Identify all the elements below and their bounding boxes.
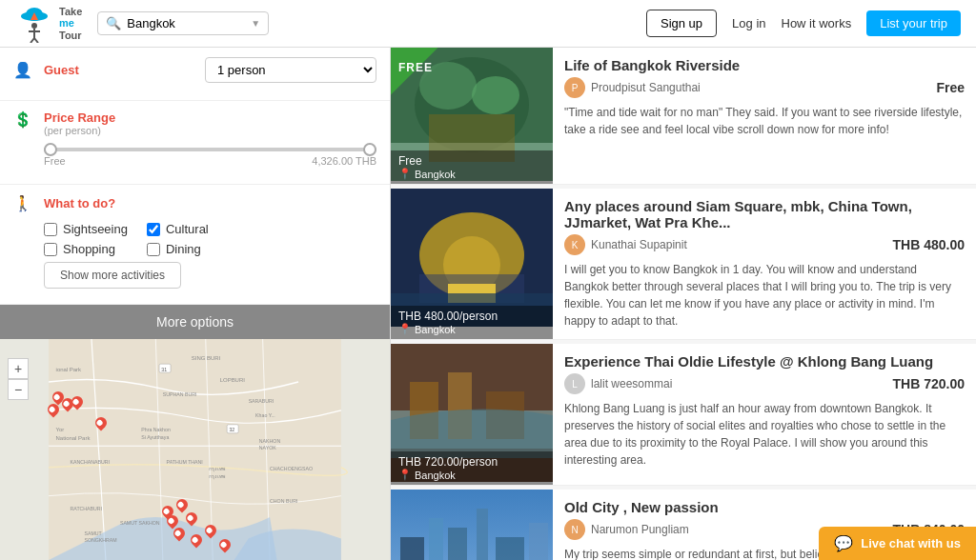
dining-input[interactable] <box>147 243 160 256</box>
trip-title-4: Old City , New passion <box>564 499 965 515</box>
list-trip-button[interactable]: List your trip <box>866 10 961 36</box>
cultural-input[interactable] <box>147 223 160 236</box>
dollar-icon: 💲 <box>13 110 36 129</box>
shopping-input[interactable] <box>44 243 57 256</box>
svg-text:32: 32 <box>229 427 234 432</box>
guide-avatar-2: K <box>564 234 585 255</box>
header-nav: Sign up Log in How it works List your tr… <box>646 10 961 37</box>
shopping-checkbox[interactable]: Shopping <box>44 242 128 256</box>
checkboxes-container: Sightseeing Shopping Cultural Dining <box>44 222 376 256</box>
trip-price-overlay-2: THB 480.00/person 📍 Bangkok <box>391 306 553 339</box>
more-options-button[interactable]: More options <box>0 305 390 339</box>
svg-text:SING BURI: SING BURI <box>192 355 221 361</box>
svg-text:31: 31 <box>161 367 167 372</box>
svg-text:SARABURI: SARABURI <box>249 398 274 404</box>
sightseeing-checkbox[interactable]: Sightseeing <box>44 222 128 236</box>
chevron-down-icon: ▼ <box>251 18 260 29</box>
guide-info-1: P Proudpisut Sanguthai <box>564 77 701 98</box>
trip-price-3: THB 720.00 <box>893 376 965 391</box>
svg-rect-56 <box>448 528 467 560</box>
slider-fill <box>44 148 376 151</box>
price-filter: 💲 Price Range (per person) <box>0 101 390 185</box>
live-chat-widget[interactable]: 💬 Live chat with us <box>819 527 976 560</box>
how-it-works-button[interactable]: How it works <box>782 16 852 30</box>
trip-price-1: Free <box>936 80 965 95</box>
svg-rect-58 <box>496 537 524 560</box>
svg-rect-57 <box>477 509 488 560</box>
trip-guide-row-3: L lalit weesommai THB 720.00 <box>564 373 965 394</box>
svg-text:SONGKHRAM: SONGKHRAM <box>85 537 117 543</box>
person-icon: 👤 <box>13 61 36 79</box>
trip-desc-2: I will get you to know Bangkok in 1 day.… <box>564 261 965 330</box>
slider-track <box>44 148 376 151</box>
svg-point-38 <box>472 76 519 114</box>
svg-rect-55 <box>429 518 443 560</box>
checkbox-col-right: Cultural Dining <box>147 222 209 256</box>
guide-name-2: Kunathai Supapinit <box>591 238 687 251</box>
svg-text:Khao Y...: Khao Y... <box>255 412 275 418</box>
guide-avatar-1: P <box>564 77 585 98</box>
svg-text:Phra Nakhon: Phra Nakhon <box>141 427 171 432</box>
trip-image-3: THB 720.00/person 📍 Bangkok <box>391 344 553 485</box>
dining-checkbox[interactable]: Dining <box>147 242 209 256</box>
signup-button[interactable]: Sign up <box>646 10 717 37</box>
guide-name-4: Narumon Pungliam <box>591 523 689 536</box>
free-badge-text: FREE <box>398 61 433 74</box>
guide-info-2: K Kunathai Supapinit <box>564 234 687 255</box>
svg-point-3 <box>31 23 37 29</box>
slider-thumb-min[interactable] <box>44 143 57 156</box>
location-pin-icon-2: 📍 <box>398 323 412 335</box>
trip-desc-3: Khlong Bang Luang is just half an hour a… <box>564 400 965 469</box>
svg-text:กรุงเทพ: กรุงเทพ <box>209 466 226 472</box>
trip-info-3: Experience Thai Oldie Lifestyle @ Khlong… <box>553 344 976 485</box>
show-more-activities-button[interactable]: Show more activities <box>44 262 181 289</box>
guest-select[interactable]: 1 person <box>205 57 376 83</box>
svg-text:National Park: National Park <box>56 435 91 441</box>
svg-rect-59 <box>529 523 548 560</box>
map-container[interactable]: ional Park SING BURI LOPBURI Yor Nationa… <box>0 339 390 560</box>
what-todo-label: What to do? <box>44 196 115 210</box>
svg-text:NAKHON: NAKHON <box>259 438 281 444</box>
svg-text:ional Park: ional Park <box>56 367 82 372</box>
svg-line-7 <box>34 38 38 43</box>
free-badge: FREE <box>391 48 458 114</box>
cultural-label: Cultural <box>166 222 209 236</box>
trip-image-bg-4 <box>391 490 553 560</box>
guide-avatar-3: L <box>564 373 585 394</box>
activity-icon: 🚶 <box>13 194 36 212</box>
svg-text:Yor: Yor <box>56 427 65 432</box>
trip-card-1: FREE Free 📍 Bangkok Life of Bangkok Rive… <box>391 48 976 185</box>
guide-info-3: L lalit weesommai <box>564 373 672 394</box>
trip-guide-row-2: K Kunathai Supapinit THB 480.00 <box>564 234 965 255</box>
location-line-1: 📍 Bangkok <box>398 168 545 180</box>
zoom-in-button[interactable]: + <box>8 358 29 379</box>
price-text-3: THB 720.00/person <box>398 455 545 469</box>
sightseeing-input[interactable] <box>44 223 57 236</box>
cultural-checkbox[interactable]: Cultural <box>147 222 209 236</box>
what-todo-row: 🚶 What to do? <box>13 194 376 212</box>
shopping-label: Shopping <box>63 242 115 256</box>
login-button[interactable]: Log in <box>732 16 765 30</box>
trip-price-2: THB 480.00 <box>893 237 965 252</box>
search-bar[interactable]: 🔍 ▼ <box>97 11 269 35</box>
guest-dropdown[interactable]: 1 person <box>205 57 376 83</box>
svg-text:PATHUM THANI: PATHUM THANI <box>167 459 203 465</box>
svg-text:CHON BURI: CHON BURI <box>270 498 297 504</box>
price-slider[interactable]: Free 4,326.00 THB <box>44 148 376 167</box>
slider-thumb-max[interactable] <box>363 143 376 156</box>
guide-name-3: lalit weesommai <box>591 377 672 390</box>
svg-text:SUPHAN BURI: SUPHAN BURI <box>163 391 197 397</box>
search-input[interactable] <box>127 16 241 30</box>
logo-icon <box>15 5 53 43</box>
svg-text:SAMUT: SAMUT <box>85 530 103 536</box>
trip-image-1: FREE Free 📍 Bangkok <box>391 48 553 184</box>
trip-desc-1: "Time and tide wait for no man" They sai… <box>564 104 965 138</box>
price-max-label: 4,326.00 THB <box>312 155 376 167</box>
price-text-1: Free <box>398 154 545 168</box>
location-line-3: 📍 Bangkok <box>398 469 545 481</box>
trip-price-overlay-3: THB 720.00/person 📍 Bangkok <box>391 451 553 485</box>
zoom-out-button[interactable]: − <box>8 379 29 400</box>
trip-card-3: THB 720.00/person 📍 Bangkok Experience T… <box>391 344 976 486</box>
svg-text:NAYOK: NAYOK <box>259 445 276 450</box>
trip-title-2: Any places around Siam Square, mbk, Chin… <box>564 198 965 230</box>
